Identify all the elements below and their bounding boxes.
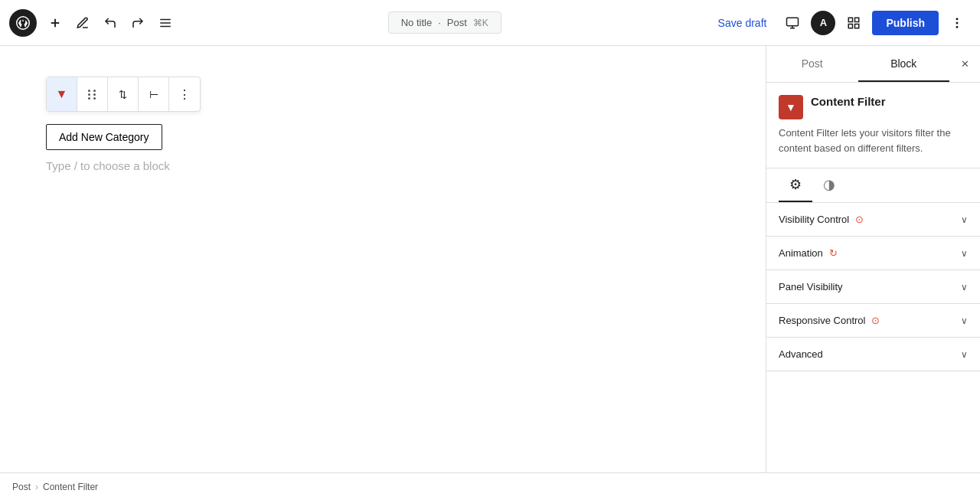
animation-icon: ↻ [829, 247, 838, 259]
svg-rect-11 [849, 24, 853, 28]
post-title-bar[interactable]: No title · Post ⌘K [388, 11, 501, 34]
svg-rect-5 [787, 18, 799, 26]
close-icon: ✕ [961, 58, 969, 70]
panel-visibility-label: Panel Visibility [779, 281, 843, 292]
view-button[interactable] [779, 9, 806, 37]
svg-rect-10 [855, 24, 859, 28]
chevron-down-icon-5: ∨ [961, 349, 968, 360]
chevron-down-icon: ∨ [961, 214, 968, 225]
accordion-container: Visibility Control ⊙ ∨ Animation ↻ ∨ [766, 203, 980, 371]
toolbar-center: No title · Post ⌘K [179, 11, 710, 34]
accordion-animation: Animation ↻ ∨ [766, 237, 980, 270]
post-title-text: No title [401, 17, 432, 28]
top-bar: No title · Post ⌘K Save draft A Publish [0, 0, 980, 46]
content-filter-block-icon: ▼ [779, 95, 803, 119]
close-sidebar-button[interactable]: ✕ [949, 46, 980, 82]
save-draft-button[interactable]: Save draft [710, 12, 775, 34]
settings-sub-tabs: ⚙ ◑ [766, 168, 980, 203]
chevron-down-icon-3: ∨ [961, 282, 968, 292]
visibility-control-icon: ⊙ [855, 214, 864, 225]
more-options-button[interactable] [943, 9, 971, 37]
wp-logo[interactable] [9, 9, 37, 37]
accordion-panel-visibility: Panel Visibility ∨ [766, 270, 980, 304]
up-down-icon: ⇅ [119, 90, 127, 100]
undo-button[interactable] [96, 9, 124, 37]
move-up-down-button[interactable]: ⇅ [108, 77, 139, 111]
settings-gear-tab[interactable]: ⚙ [779, 168, 812, 202]
settings-toggle-button[interactable] [840, 9, 867, 37]
gear-icon: ⚙ [789, 176, 802, 193]
ellipsis-icon: ⋮ [178, 87, 191, 102]
svg-rect-9 [855, 18, 859, 21]
drag-icon [88, 90, 97, 100]
block-toolbar: ▼ ⇅ ⊢ ⋮ [46, 77, 201, 112]
sidebar-tabs: Post Block ✕ [766, 46, 980, 83]
accordion-panel-visibility-header[interactable]: Panel Visibility ∨ [766, 270, 980, 303]
breadcrumb-separator: › [35, 482, 38, 492]
accordion-advanced: Advanced ∨ [766, 338, 980, 371]
chevron-down-icon-4: ∨ [961, 315, 968, 326]
svg-point-12 [956, 18, 958, 20]
block-panel-title: Content Filter [811, 95, 886, 108]
svg-point-13 [956, 22, 958, 24]
shortcut-hint: ⌘K [473, 18, 488, 28]
tab-post[interactable]: Post [766, 46, 858, 82]
post-type-text: Post [447, 17, 467, 28]
accordion-visibility-control: Visibility Control ⊙ ∨ [766, 203, 980, 237]
advanced-label: Advanced [779, 348, 823, 360]
breadcrumb: Post › Content Filter [0, 472, 980, 500]
accordion-advanced-header[interactable]: Advanced ∨ [766, 338, 980, 371]
accordion-responsive-control-header[interactable]: Responsive Control ⊙ ∨ [766, 304, 980, 337]
document-overview-button[interactable] [152, 9, 179, 37]
toolbar-right: Save draft A Publish [710, 9, 971, 37]
responsive-control-label: Responsive Control [779, 315, 865, 326]
filter-block-button[interactable]: ▼ [47, 77, 77, 111]
right-sidebar: Post Block ✕ ▼ Content Filter Content Fi… [766, 46, 980, 500]
breadcrumb-content-filter[interactable]: Content Filter [43, 482, 98, 492]
animation-label: Animation [779, 247, 823, 259]
tab-block[interactable]: Block [858, 46, 950, 82]
contrast-icon: ◑ [823, 176, 835, 193]
block-header: ▼ Content Filter [779, 95, 968, 119]
breadcrumb-post[interactable]: Post [12, 482, 31, 492]
accordion-animation-header[interactable]: Animation ↻ ∨ [766, 237, 980, 270]
svg-point-14 [956, 26, 958, 28]
responsive-control-icon: ⊙ [871, 315, 880, 326]
svg-rect-8 [849, 18, 853, 21]
redo-button[interactable] [124, 9, 152, 37]
filter-icon: ▼ [56, 87, 68, 101]
avatar[interactable]: A [811, 11, 835, 35]
editor-area[interactable]: ▼ ⇅ ⊢ ⋮ Add New Category [0, 46, 766, 500]
block-panel-description: Content Filter lets your visitors filter… [779, 126, 968, 155]
publish-button[interactable]: Publish [872, 11, 939, 35]
block-info-panel: ▼ Content Filter Content Filter lets you… [766, 83, 980, 168]
add-new-category-button[interactable]: Add New Category [46, 124, 162, 150]
main-layout: ▼ ⇅ ⊢ ⋮ Add New Category [0, 46, 980, 500]
align-icon: ⊢ [149, 88, 158, 100]
block-more-options-button[interactable]: ⋮ [169, 77, 200, 111]
add-block-button[interactable] [41, 9, 69, 37]
visibility-control-label: Visibility Control [779, 214, 849, 225]
type-hint: Type / to choose a block [46, 159, 720, 172]
drag-handle-button[interactable] [77, 77, 108, 111]
styles-tab[interactable]: ◑ [812, 168, 846, 202]
tools-button[interactable] [69, 9, 96, 37]
chevron-down-icon-2: ∨ [961, 248, 968, 259]
align-button[interactable]: ⊢ [139, 77, 169, 111]
accordion-responsive-control: Responsive Control ⊙ ∨ [766, 304, 980, 338]
accordion-visibility-control-header[interactable]: Visibility Control ⊙ ∨ [766, 203, 980, 236]
filter-funnel-icon: ▼ [786, 101, 796, 113]
